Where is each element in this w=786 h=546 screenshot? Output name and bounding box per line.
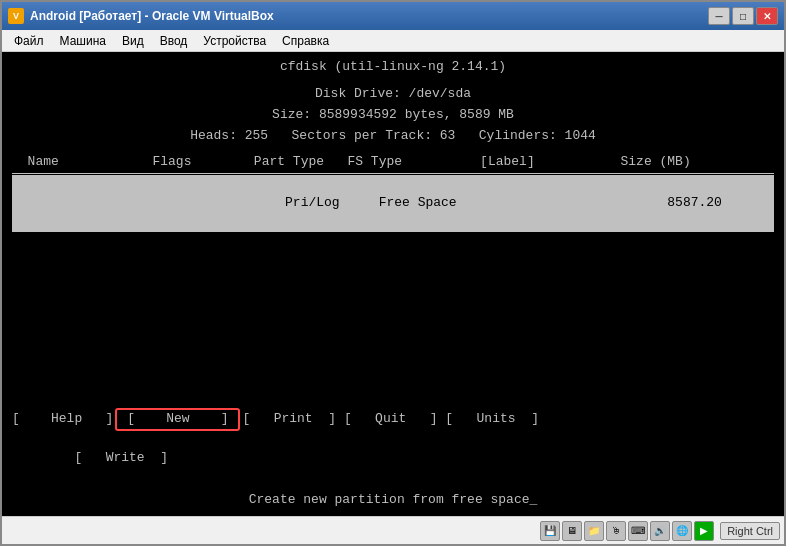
window-icon: V: [8, 8, 24, 24]
close-button[interactable]: ✕: [756, 7, 778, 25]
menu-machine[interactable]: Машина: [52, 32, 114, 50]
print-button[interactable]: [ Print ]: [242, 410, 336, 429]
right-ctrl-label: Right Ctrl: [720, 522, 780, 540]
status-icon-6[interactable]: 🔊: [650, 521, 670, 541]
bottom-bar-line: [ Help ] [ New ] [ Print ] [ Quit ] [ Un…: [12, 408, 774, 431]
minimize-button[interactable]: ─: [708, 7, 730, 25]
menu-view[interactable]: Вид: [114, 32, 152, 50]
virtualbox-window: V Android [Работает] - Oracle VM Virtual…: [0, 0, 786, 546]
status-bar: 💾 🖥 📁 🖰 ⌨ 🔊 🌐 ▶ Right Ctrl: [2, 516, 784, 544]
write-row: [ Write ]: [12, 431, 774, 488]
terminal-area: cfdisk (util-linux-ng 2.14.1) Disk Drive…: [2, 52, 784, 516]
bottom-controls: [ Help ] [ New ] [ Print ] [ Quit ] [ Un…: [12, 408, 774, 510]
status-icon-1[interactable]: 💾: [540, 521, 560, 541]
menu-input[interactable]: Ввод: [152, 32, 196, 50]
status-icon-4[interactable]: 🖰: [606, 521, 626, 541]
column-header: Name Flags Part Type FS Type [Label] Siz…: [12, 153, 774, 172]
window-title: Android [Работает] - Oracle VM VirtualBo…: [30, 9, 708, 23]
status-icon-7[interactable]: 🌐: [672, 521, 692, 541]
menu-bar: Файл Машина Вид Ввод Устройства Справка: [2, 30, 784, 52]
quit-button[interactable]: [ Quit ]: [344, 410, 438, 429]
menu-help[interactable]: Справка: [274, 32, 337, 50]
disk-drive-line: Disk Drive: /dev/sda: [12, 85, 774, 104]
window-controls: ─ □ ✕: [708, 7, 778, 25]
units-button[interactable]: [ Units ]: [445, 410, 539, 429]
cfdisk-header: cfdisk (util-linux-ng 2.14.1): [12, 58, 774, 77]
maximize-button[interactable]: □: [732, 7, 754, 25]
title-bar: V Android [Работает] - Oracle VM Virtual…: [2, 2, 784, 30]
menu-devices[interactable]: Устройства: [195, 32, 274, 50]
status-message: Create new partition from free space_: [12, 491, 774, 510]
status-icon-2[interactable]: 🖥: [562, 521, 582, 541]
size-line: Size: 8589934592 bytes, 8589 MB: [12, 106, 774, 125]
geometry-line: Heads: 255 Sectors per Track: 63 Cylinde…: [12, 127, 774, 146]
write-button[interactable]: [ Write ]: [74, 450, 168, 465]
free-space-row[interactable]: Pri/Log Free Space 8587.20: [12, 175, 774, 232]
menu-file[interactable]: Файл: [6, 32, 52, 50]
new-button[interactable]: [ New ]: [115, 408, 240, 431]
help-button[interactable]: [ Help ]: [12, 410, 113, 429]
status-icon-3[interactable]: 📁: [584, 521, 604, 541]
status-icon-green[interactable]: ▶: [694, 521, 714, 541]
status-icon-5[interactable]: ⌨: [628, 521, 648, 541]
